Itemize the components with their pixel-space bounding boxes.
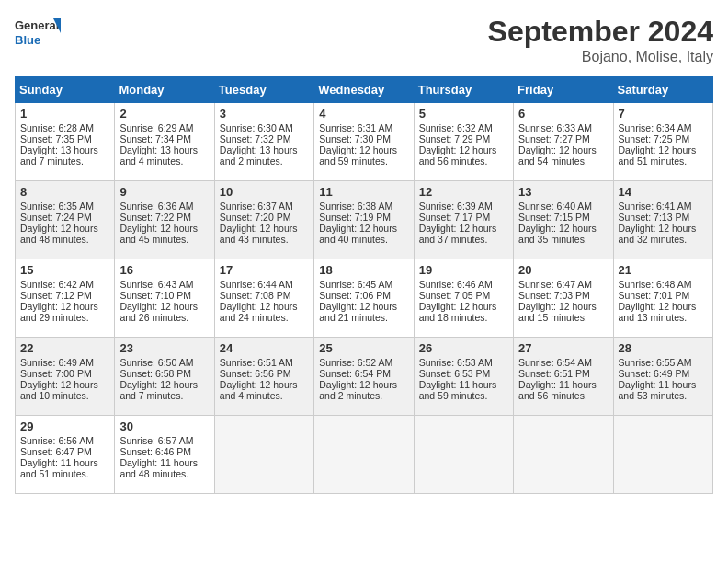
day-number: 10: [220, 185, 309, 199]
sunset-label: Sunset: 7:22 PM: [119, 212, 191, 223]
daylight-label: Daylight: 12 hours and 54 minutes.: [518, 144, 597, 167]
calendar-cell: 22 Sunrise: 6:49 AM Sunset: 7:00 PM Dayl…: [16, 338, 115, 416]
daylight-label: Daylight: 12 hours and 26 minutes.: [119, 301, 198, 323]
day-number: 7: [619, 107, 708, 121]
daylight-label: Daylight: 12 hours and 10 minutes.: [20, 379, 98, 401]
sunset-label: Sunset: 6:56 PM: [220, 368, 291, 379]
sunrise-label: Sunrise: 6:52 AM: [319, 357, 392, 368]
sunset-label: Sunset: 6:46 PM: [119, 446, 191, 457]
sunset-label: Sunset: 6:58 PM: [119, 368, 191, 379]
sunrise-label: Sunrise: 6:32 AM: [419, 122, 493, 133]
weekday-header-row: SundayMondayTuesdayWednesdayThursdayFrid…: [16, 77, 713, 103]
calendar-cell: 1 Sunrise: 6:28 AM Sunset: 7:35 PM Dayli…: [16, 103, 115, 181]
sunrise-label: Sunrise: 6:33 AM: [518, 122, 592, 133]
sunset-label: Sunset: 7:34 PM: [119, 133, 191, 144]
sunset-label: Sunset: 7:20 PM: [220, 212, 291, 223]
day-number: 8: [20, 185, 109, 199]
calendar-cell: 25 Sunrise: 6:52 AM Sunset: 6:54 PM Dayl…: [314, 338, 414, 416]
sunrise-label: Sunrise: 6:45 AM: [319, 279, 392, 290]
daylight-label: Daylight: 12 hours and 45 minutes.: [119, 223, 198, 245]
weekday-header-saturday: Saturday: [613, 77, 712, 103]
calendar-cell: 29 Sunrise: 6:56 AM Sunset: 6:47 PM Dayl…: [16, 416, 115, 494]
sunset-label: Sunset: 7:00 PM: [20, 368, 92, 379]
sunset-label: Sunset: 7:27 PM: [518, 133, 590, 144]
sunrise-label: Sunrise: 6:41 AM: [619, 201, 692, 212]
day-number: 6: [518, 107, 608, 121]
calendar-cell: 30 Sunrise: 6:57 AM Sunset: 6:46 PM Dayl…: [115, 416, 214, 494]
daylight-label: Daylight: 11 hours and 51 minutes.: [20, 457, 98, 479]
day-number: 30: [119, 419, 209, 433]
month-title: September 2024: [488, 15, 713, 49]
weekday-header-thursday: Thursday: [414, 77, 513, 103]
sunrise-label: Sunrise: 6:55 AM: [619, 357, 692, 368]
sunrise-label: Sunrise: 6:43 AM: [119, 279, 193, 290]
daylight-label: Daylight: 11 hours and 56 minutes.: [518, 379, 597, 401]
sunset-label: Sunset: 7:01 PM: [619, 290, 690, 301]
daylight-label: Daylight: 12 hours and 7 minutes.: [119, 379, 198, 401]
calendar-cell: 4 Sunrise: 6:31 AM Sunset: 7:30 PM Dayli…: [314, 103, 414, 181]
daylight-label: Daylight: 12 hours and 13 minutes.: [619, 301, 697, 323]
sunset-label: Sunset: 7:17 PM: [419, 212, 491, 223]
sunset-label: Sunset: 7:25 PM: [619, 133, 690, 144]
location: Bojano, Molise, Italy: [488, 49, 713, 65]
day-number: 28: [619, 341, 708, 355]
sunset-label: Sunset: 7:03 PM: [518, 290, 590, 301]
weekday-header-tuesday: Tuesday: [214, 77, 313, 103]
day-number: 1: [20, 107, 109, 121]
sunset-label: Sunset: 7:13 PM: [619, 212, 690, 223]
sunrise-label: Sunrise: 6:56 AM: [20, 435, 94, 446]
sunrise-label: Sunrise: 6:30 AM: [220, 122, 293, 133]
calendar-cell: 26 Sunrise: 6:53 AM Sunset: 6:53 PM Dayl…: [414, 338, 513, 416]
daylight-label: Daylight: 12 hours and 35 minutes.: [518, 223, 597, 245]
calendar-cell: 13 Sunrise: 6:40 AM Sunset: 7:15 PM Dayl…: [514, 181, 613, 259]
sunset-label: Sunset: 7:15 PM: [518, 212, 590, 223]
sunrise-label: Sunrise: 6:29 AM: [119, 122, 193, 133]
calendar-cell: 8 Sunrise: 6:35 AM Sunset: 7:24 PM Dayli…: [16, 181, 115, 259]
day-number: 12: [419, 185, 508, 199]
sunset-label: Sunset: 7:19 PM: [319, 212, 391, 223]
daylight-label: Daylight: 13 hours and 2 minutes.: [220, 144, 298, 167]
calendar-cell: 20 Sunrise: 6:47 AM Sunset: 7:03 PM Dayl…: [514, 259, 613, 338]
calendar-cell: 24 Sunrise: 6:51 AM Sunset: 6:56 PM Dayl…: [214, 338, 313, 416]
daylight-label: Daylight: 13 hours and 7 minutes.: [20, 144, 98, 167]
calendar-cell: 9 Sunrise: 6:36 AM Sunset: 7:22 PM Dayli…: [115, 181, 214, 259]
sunset-label: Sunset: 7:06 PM: [319, 290, 391, 301]
sunrise-label: Sunrise: 6:34 AM: [619, 122, 692, 133]
day-number: 13: [518, 185, 608, 199]
calendar-cell: 28 Sunrise: 6:55 AM Sunset: 6:49 PM Dayl…: [613, 338, 712, 416]
calendar-cell: [414, 416, 513, 494]
daylight-label: Daylight: 11 hours and 53 minutes.: [619, 379, 697, 401]
weekday-header-wednesday: Wednesday: [314, 77, 414, 103]
calendar-cell: 14 Sunrise: 6:41 AM Sunset: 7:13 PM Dayl…: [613, 181, 712, 259]
day-number: 26: [419, 341, 508, 355]
calendar-cell: 6 Sunrise: 6:33 AM Sunset: 7:27 PM Dayli…: [514, 103, 613, 181]
sunrise-label: Sunrise: 6:46 AM: [419, 279, 493, 290]
daylight-label: Daylight: 12 hours and 21 minutes.: [319, 301, 397, 323]
daylight-label: Daylight: 12 hours and 2 minutes.: [319, 379, 397, 401]
daylight-label: Daylight: 12 hours and 15 minutes.: [518, 301, 597, 323]
day-number: 17: [220, 263, 309, 277]
daylight-label: Daylight: 12 hours and 4 minutes.: [220, 379, 298, 401]
daylight-label: Daylight: 13 hours and 4 minutes.: [119, 144, 198, 167]
page-header: General Blue September 2024 Bojano, Moli…: [15, 15, 713, 65]
calendar-cell: 7 Sunrise: 6:34 AM Sunset: 7:25 PM Dayli…: [613, 103, 712, 181]
sunset-label: Sunset: 7:10 PM: [119, 290, 191, 301]
calendar-cell: 12 Sunrise: 6:39 AM Sunset: 7:17 PM Dayl…: [414, 181, 513, 259]
sunset-label: Sunset: 7:05 PM: [419, 290, 491, 301]
calendar-table: SundayMondayTuesdayWednesdayThursdayFrid…: [15, 76, 713, 494]
day-number: 15: [20, 263, 109, 277]
sunrise-label: Sunrise: 6:53 AM: [419, 357, 493, 368]
sunrise-label: Sunrise: 6:51 AM: [220, 357, 293, 368]
sunrise-label: Sunrise: 6:48 AM: [619, 279, 692, 290]
day-number: 2: [119, 107, 209, 121]
daylight-label: Daylight: 12 hours and 29 minutes.: [20, 301, 98, 323]
day-number: 3: [220, 107, 309, 121]
weekday-header-sunday: Sunday: [16, 77, 115, 103]
daylight-label: Daylight: 12 hours and 59 minutes.: [319, 144, 397, 167]
sunrise-label: Sunrise: 6:37 AM: [220, 201, 293, 212]
sunrise-label: Sunrise: 6:36 AM: [119, 201, 193, 212]
svg-text:Blue: Blue: [15, 33, 40, 47]
sunset-label: Sunset: 6:53 PM: [419, 368, 491, 379]
calendar-cell: 15 Sunrise: 6:42 AM Sunset: 7:12 PM Dayl…: [16, 259, 115, 338]
daylight-label: Daylight: 12 hours and 43 minutes.: [220, 223, 298, 245]
